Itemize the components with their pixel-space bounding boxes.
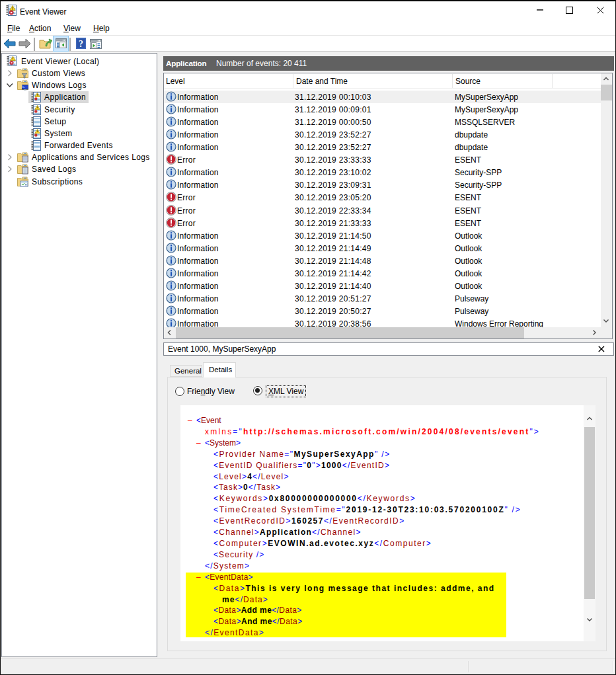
svg-text:?: ? [79,39,83,49]
